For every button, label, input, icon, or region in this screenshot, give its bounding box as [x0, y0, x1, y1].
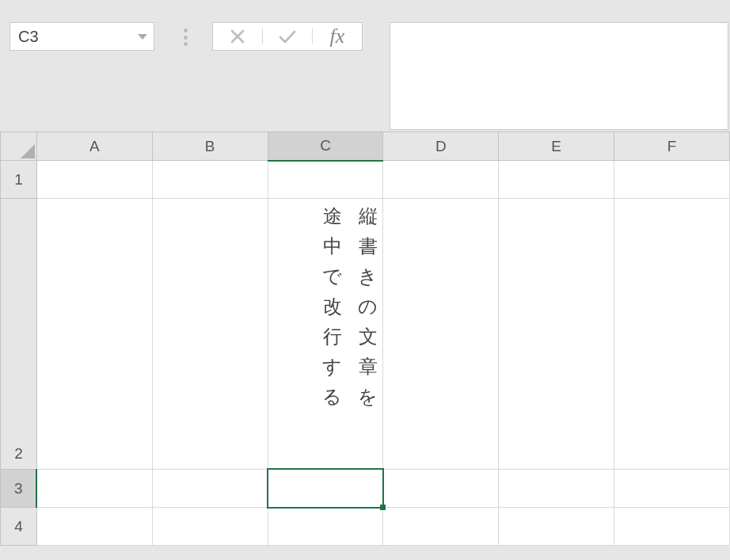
cell-A2[interactable]	[36, 199, 152, 470]
cancel-formula-button[interactable]	[213, 23, 262, 50]
cell-E2[interactable]	[499, 199, 614, 470]
cell-E1[interactable]	[499, 161, 614, 199]
insert-function-button[interactable]: fx	[313, 23, 362, 50]
name-box-value: C3	[18, 28, 39, 46]
cell-E3[interactable]	[499, 470, 614, 508]
vertical-text-content: 縦 書 き の 文 章 を 途 中 で 改 行 す	[273, 202, 378, 406]
vertical-text-col-1: 縦 書 き の 文 章 を	[358, 207, 378, 406]
cell-D2[interactable]	[383, 199, 499, 470]
vertical-text-col-2: 途 中 で 改 行 す る	[322, 207, 342, 406]
cell-D4[interactable]	[383, 508, 499, 546]
cell-B1[interactable]	[152, 161, 268, 199]
cell-E4[interactable]	[499, 508, 614, 546]
cell-F4[interactable]	[614, 508, 730, 546]
row-header-4[interactable]: 4	[1, 508, 37, 546]
cell-A1[interactable]	[36, 161, 152, 199]
cell-F3[interactable]	[614, 470, 730, 508]
spreadsheet-grid[interactable]: A B C D E F 1 2 縦 書	[0, 131, 730, 546]
cell-F2[interactable]	[614, 199, 730, 470]
col-header-A[interactable]: A	[36, 132, 152, 161]
cell-C4[interactable]	[268, 508, 383, 546]
fx-icon: fx	[330, 25, 345, 48]
chevron-down-icon[interactable]	[138, 34, 147, 40]
cell-D3[interactable]	[383, 470, 499, 508]
cell-C3[interactable]	[268, 470, 383, 508]
col-header-F[interactable]: F	[614, 132, 730, 161]
cell-B3[interactable]	[152, 470, 268, 508]
cell-A3[interactable]	[36, 470, 152, 508]
name-box[interactable]: C3	[10, 22, 154, 51]
col-header-B[interactable]: B	[152, 132, 268, 161]
col-header-D[interactable]: D	[383, 132, 499, 161]
selection-outline	[267, 468, 385, 509]
cell-F1[interactable]	[614, 161, 730, 199]
cell-C2[interactable]: 縦 書 き の 文 章 を 途 中 で 改 行 す	[268, 199, 383, 470]
grid-table: A B C D E F 1 2 縦 書	[0, 131, 730, 546]
cell-A4[interactable]	[36, 508, 152, 546]
vertical-dots-icon[interactable]	[184, 29, 188, 46]
row-header-1[interactable]: 1	[1, 161, 37, 199]
row-header-2[interactable]: 2	[1, 199, 37, 470]
enter-formula-button[interactable]	[263, 23, 312, 50]
select-all-corner[interactable]	[1, 132, 37, 161]
cell-B2[interactable]	[152, 199, 268, 470]
cell-B4[interactable]	[152, 508, 268, 546]
col-header-E[interactable]: E	[499, 132, 614, 161]
formula-bar-input[interactable]	[390, 22, 728, 130]
cell-D1[interactable]	[383, 161, 499, 199]
formula-bar-area: C3 fx	[0, 0, 730, 131]
formula-bar-buttons: fx	[212, 22, 363, 51]
cell-C1[interactable]	[268, 161, 383, 199]
col-header-C[interactable]: C	[268, 132, 383, 161]
row-header-3[interactable]: 3	[1, 470, 37, 508]
